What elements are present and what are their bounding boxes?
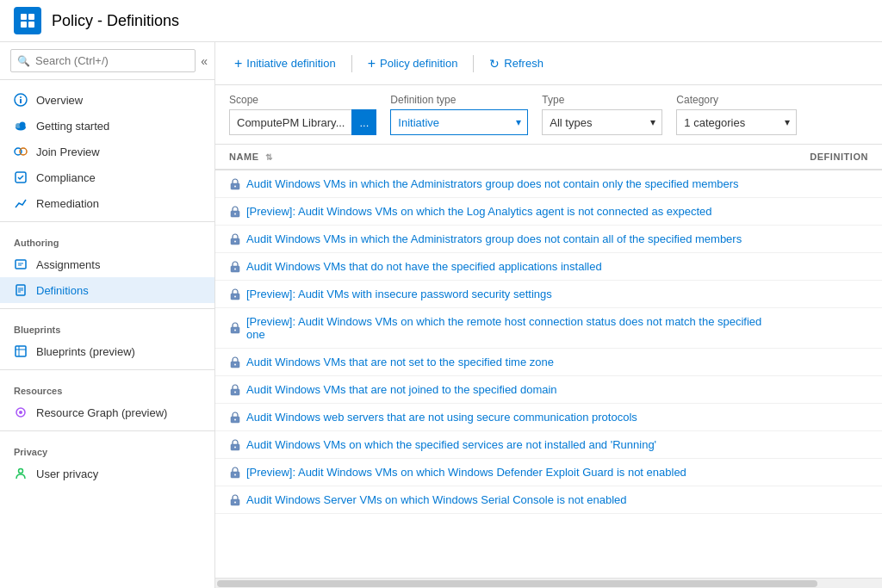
table-header: NAME ⇅ DEFINITION <box>215 145 882 170</box>
collapse-sidebar-button[interactable]: « <box>201 54 208 68</box>
row-name-text: Audit Windows VMs that are not joined to… <box>246 383 557 396</box>
sidebar-item-getting-started[interactable]: Getting started <box>0 113 214 139</box>
table-cell-definition <box>796 486 882 514</box>
initiative-definition-button[interactable]: + Initiative definition <box>229 53 341 75</box>
row-name-link[interactable]: [Preview]: Audit Windows VMs on which th… <box>229 205 782 218</box>
category-select[interactable]: 1 categories All categories <box>676 109 797 135</box>
plus-icon-policy: + <box>368 56 376 71</box>
row-name-text: Audit Windows Server VMs on which Window… <box>246 493 626 506</box>
sidebar-item-remediation-label: Remediation <box>36 197 99 210</box>
table-cell-name: Audit Windows VMs that are not joined to… <box>215 376 796 404</box>
table-cell-name: Audit Windows VMs that are not set to th… <box>215 349 796 376</box>
row-name-text: Audit Windows VMs that do not have the s… <box>246 260 602 273</box>
type-filter-group: Type All types Built-in Custom <box>542 94 662 135</box>
scope-control: ComputePM Library... ... <box>229 109 376 135</box>
content-area: + Initiative definition + Policy definit… <box>215 42 882 588</box>
table-row: Audit Windows VMs that do not have the s… <box>215 253 882 281</box>
lock-icon <box>229 206 241 218</box>
sidebar-nav: Overview Getting started Join Preview Co… <box>0 80 214 493</box>
svg-point-11 <box>20 148 27 155</box>
main-layout: 🔍 « Overview Getting started <box>0 42 882 588</box>
row-name-link[interactable]: [Preview]: Audit Windows VMs on which th… <box>229 315 782 341</box>
definitions-icon <box>14 283 28 297</box>
table-cell-name: Audit Windows web servers that are not u… <box>215 404 796 431</box>
lock-icon <box>229 233 241 245</box>
toolbar: + Initiative definition + Policy definit… <box>215 42 882 85</box>
category-filter-group: Category 1 categories All categories <box>676 94 797 135</box>
sidebar-item-join-preview[interactable]: Join Preview <box>0 139 214 164</box>
svg-point-45 <box>234 446 236 448</box>
policy-definition-button[interactable]: + Policy definition <box>363 53 463 75</box>
sidebar-item-blueprints-label: Blueprints (preview) <box>36 345 135 358</box>
scope-button[interactable]: ... <box>351 109 376 135</box>
sidebar-item-user-privacy[interactable]: User privacy <box>0 461 214 486</box>
row-name-text: Audit Windows VMs in which the Administr… <box>246 177 739 190</box>
svg-point-39 <box>234 363 236 365</box>
row-name-link[interactable]: Audit Windows Server VMs on which Window… <box>229 493 782 506</box>
col-name: NAME ⇅ <box>215 145 796 170</box>
definition-type-label: Definition type <box>390 94 528 106</box>
table-cell-definition <box>796 404 882 431</box>
blueprints-section-label: Blueprints <box>0 314 214 338</box>
sidebar-item-resource-graph[interactable]: Resource Graph (preview) <box>0 399 214 425</box>
row-name-link[interactable]: Audit Windows VMs in which the Administr… <box>229 232 782 245</box>
policy-definition-label: Policy definition <box>380 57 457 70</box>
refresh-icon: ↻ <box>489 57 500 71</box>
row-name-link[interactable]: Audit Windows VMs that are not set to th… <box>229 356 782 368</box>
category-label: Category <box>676 94 797 106</box>
table-cell-definition <box>796 226 882 253</box>
sidebar-item-assignments[interactable]: Assignments <box>0 251 214 277</box>
privacy-section-label: Privacy <box>0 436 214 461</box>
sidebar-item-definitions[interactable]: Definitions <box>0 277 214 303</box>
definitions-table: NAME ⇅ DEFINITION Audit Windows VMs in w… <box>215 145 882 514</box>
scope-label: Scope <box>229 94 376 106</box>
privacy-icon <box>14 467 28 480</box>
table-cell-name: [Preview]: Audit Windows VMs on which th… <box>215 198 796 226</box>
table-cell-name: [Preview]: Audit Windows VMs on which th… <box>215 308 796 349</box>
row-name-link[interactable]: Audit Windows VMs in which the Administr… <box>229 177 782 190</box>
top-bar: Policy - Definitions <box>0 0 882 42</box>
svg-point-49 <box>234 501 236 503</box>
definition-type-select[interactable]: Initiative Policy <box>390 109 528 135</box>
row-name-link[interactable]: [Preview]: Audit VMs with insecure passw… <box>229 288 782 300</box>
horizontal-scrollbar[interactable] <box>215 578 882 588</box>
sort-icon[interactable]: ⇅ <box>265 152 273 162</box>
table-cell-definition <box>796 170 882 198</box>
svg-rect-20 <box>16 346 26 356</box>
sidebar-item-overview-label: Overview <box>36 94 83 107</box>
type-select-wrapper: All types Built-in Custom <box>542 109 662 135</box>
sidebar-item-blueprints[interactable]: Blueprints (preview) <box>0 338 214 364</box>
svg-point-33 <box>234 268 236 269</box>
table-cell-definition <box>796 459 882 486</box>
row-name-link[interactable]: Audit Windows VMs that do not have the s… <box>229 260 782 273</box>
nav-divider-1 <box>0 221 214 222</box>
search-input[interactable] <box>10 49 196 72</box>
table-cell-definition <box>796 431 882 459</box>
sidebar-item-compliance[interactable]: Compliance <box>0 164 214 190</box>
row-name-link[interactable]: Audit Windows VMs that are not joined to… <box>229 383 782 396</box>
sidebar-item-getting-started-label: Getting started <box>36 120 109 133</box>
svg-rect-3 <box>28 22 34 28</box>
row-name-link[interactable]: [Preview]: Audit Windows VMs on which Wi… <box>229 466 782 479</box>
refresh-button[interactable]: ↻ Refresh <box>484 53 549 74</box>
row-name-link[interactable]: Audit Windows web servers that are not u… <box>229 411 782 424</box>
table-cell-definition <box>796 281 882 308</box>
chart-icon <box>14 196 28 210</box>
scrollbar-thumb[interactable] <box>217 580 817 587</box>
plus-icon-initiative: + <box>234 56 242 71</box>
svg-point-24 <box>19 411 22 414</box>
lock-icon <box>229 261 241 273</box>
row-name-link[interactable]: Audit Windows VMs on which the specified… <box>229 438 782 451</box>
table-cell-definition <box>796 308 882 349</box>
sidebar-item-join-preview-label: Join Preview <box>36 145 100 158</box>
sidebar-item-remediation[interactable]: Remediation <box>0 190 214 216</box>
authoring-section-label: Authoring <box>0 227 214 251</box>
type-select[interactable]: All types Built-in Custom <box>542 109 662 135</box>
blueprints-icon <box>14 344 28 358</box>
lock-icon <box>229 412 241 424</box>
table-row: [Preview]: Audit Windows VMs on which th… <box>215 198 882 226</box>
table-container: NAME ⇅ DEFINITION Audit Windows VMs in w… <box>215 145 882 578</box>
sidebar-item-overview[interactable]: Overview <box>0 87 214 113</box>
table-cell-name: [Preview]: Audit VMs with insecure passw… <box>215 281 796 308</box>
svg-point-35 <box>234 295 236 297</box>
